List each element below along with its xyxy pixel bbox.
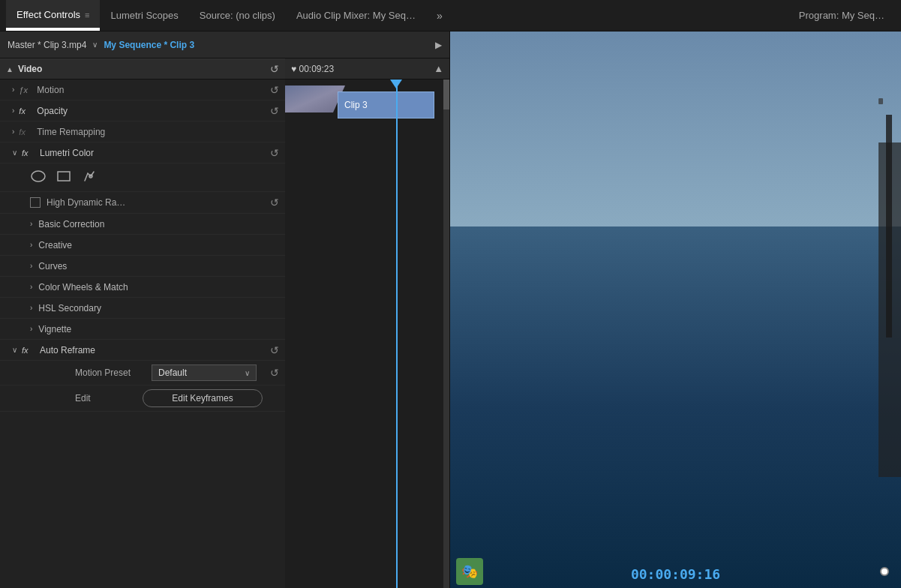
motion-preset-reset[interactable]: ↺ (270, 367, 279, 379)
clip-block: Clip 3 (338, 92, 434, 118)
program-timecode: 00:00:09:16 (631, 566, 720, 582)
playhead-head (390, 80, 402, 88)
motion-preset-row: Motion Preset Default ∨ ↺ (0, 361, 285, 386)
edit-keyframes-button[interactable]: Edit Keyframes (143, 389, 263, 407)
opacity-fx-badge: fx (19, 106, 32, 116)
tab-source-label: Source: (no clips) (200, 10, 275, 21)
sky-area (450, 32, 901, 226)
tab-effect-controls-label: Effect Controls (17, 9, 80, 20)
tab-lumetri-scopes-label: Lumetri Scopes (110, 10, 178, 21)
curves-label: Curves (38, 261, 67, 272)
play-button[interactable]: ▶ (435, 40, 442, 50)
lumetri-color-effect-name: Lumetri Color (40, 148, 94, 158)
time-remapping-effect-name: Time Remapping (37, 127, 105, 137)
svg-rect-1 (58, 172, 70, 181)
time-remapping-fx-badge: fx (19, 128, 32, 136)
sub-section-creative[interactable]: › Creative (0, 235, 285, 256)
sequence-label: My Sequence * Clip 3 (104, 40, 194, 50)
hdr-label: High Dynamic Ra… (47, 197, 125, 208)
sub-section-vignette[interactable]: › Vignette (0, 319, 285, 340)
auto-reframe-effect-name: Auto Reframe (40, 345, 95, 356)
main-content: Master * Clip 3.mp4 ∨ My Sequence * Clip… (0, 32, 901, 588)
opacity-effect-name: Opacity (37, 106, 68, 116)
tab-menu-icon[interactable]: ≡ (85, 10, 89, 20)
video-collapse-arrow[interactable]: ▲ (6, 65, 14, 74)
water-area (450, 226, 901, 588)
ellipse-mask-icon[interactable] (30, 168, 47, 187)
motion-preset-dropdown[interactable]: Default ∨ (152, 364, 257, 381)
motion-reset[interactable]: ↺ (270, 84, 279, 96)
sub-section-color-wheels[interactable]: › Color Wheels & Match (0, 277, 285, 298)
tabs-overflow-button[interactable]: » (429, 5, 450, 26)
avatar-badge: 🎭 (456, 558, 483, 585)
motion-preset-dropdown-arrow: ∨ (245, 369, 250, 377)
auto-reframe-fx-badge: fx (22, 346, 35, 355)
timeline-scrollbar-thumb (443, 80, 449, 110)
clip-block-label: Clip 3 (344, 100, 368, 110)
edit-keyframes-row: Edit Edit Keyframes (0, 386, 285, 412)
tab-source[interactable]: Source: (no clips) (189, 0, 286, 31)
tab-lumetri-scopes[interactable]: Lumetri Scopes (100, 0, 188, 31)
hsl-secondary-expand[interactable]: › (30, 304, 32, 312)
effect-row-auto-reframe: ∨ fx Auto Reframe ↺ (0, 340, 285, 361)
tab-audio-clip-mixer-label: Audio Clip Mixer: My Seq… (296, 10, 416, 21)
timeline-header: ♥ 00:09:23 ▲ (285, 58, 449, 80)
sub-section-hsl-secondary[interactable]: › HSL Secondary (0, 298, 285, 319)
effect-controls-panel: Master * Clip 3.mp4 ∨ My Sequence * Clip… (0, 32, 450, 588)
hdr-checkbox[interactable] (30, 197, 41, 208)
time-remapping-expand-arrow[interactable]: › (12, 128, 14, 136)
master-dropdown-arrow[interactable]: ∨ (92, 40, 98, 49)
auto-reframe-reset[interactable]: ↺ (270, 344, 279, 356)
timeline-mini: ♥ 00:09:23 ▲ Clip 3 (285, 58, 449, 588)
video-section-title: Video (18, 64, 42, 74)
motion-effect-name: Motion (37, 85, 64, 95)
curves-expand[interactable]: › (30, 262, 32, 270)
sub-section-curves[interactable]: › Curves (0, 256, 285, 277)
lumetri-color-reset[interactable]: ↺ (270, 147, 279, 159)
lumetri-color-expand-arrow[interactable]: ∨ (12, 148, 17, 157)
lumetri-shape-controls (0, 164, 285, 192)
effects-list: ▲ Video ↺ › ƒx Motion ↺ › fx Opacity ↺ (0, 58, 285, 588)
effect-row-opacity: › fx Opacity ↺ (0, 100, 285, 122)
hdr-row: High Dynamic Ra… ↺ (0, 192, 285, 214)
effect-row-lumetri-color: ∨ fx Lumetri Color ↺ (0, 142, 285, 164)
tab-effect-controls[interactable]: Effect Controls ≡ (6, 0, 100, 31)
pen-tool-icon[interactable] (81, 168, 98, 187)
hsl-secondary-label: HSL Secondary (38, 303, 101, 314)
timeline-scroll-up-button[interactable]: ▲ (434, 63, 443, 74)
tab-audio-clip-mixer[interactable]: Audio Clip Mixer: My Seq… (286, 0, 426, 31)
color-wheels-expand[interactable]: › (30, 283, 32, 291)
opacity-expand-arrow[interactable]: › (12, 106, 14, 115)
motion-fx-badge: ƒx (19, 86, 32, 94)
hdr-reset[interactable]: ↺ (270, 196, 279, 208)
video-preview: 00:00:09:16 🎭 (450, 32, 901, 588)
panel-body: ▲ Video ↺ › ƒx Motion ↺ › fx Opacity ↺ (0, 58, 449, 588)
rectangle-mask-icon[interactable] (56, 168, 72, 187)
lumetri-color-fx-badge: fx (22, 148, 35, 158)
svg-point-0 (32, 171, 45, 182)
video-section-header: ▲ Video ↺ (0, 58, 285, 80)
timeline-tracks: Clip 3 (285, 80, 449, 588)
motion-expand-arrow[interactable]: › (12, 86, 14, 94)
basic-correction-label: Basic Correction (38, 219, 104, 230)
master-label: Master * Clip 3.mp4 (8, 40, 86, 50)
effect-row-motion: › ƒx Motion ↺ (0, 80, 285, 100)
video-frame (450, 32, 901, 588)
color-wheels-label: Color Wheels & Match (38, 282, 128, 292)
sub-section-basic-correction[interactable]: › Basic Correction (0, 214, 285, 235)
clip-header: Master * Clip 3.mp4 ∨ My Sequence * Clip… (0, 32, 449, 58)
creative-expand[interactable]: › (30, 241, 32, 249)
record-dot (880, 567, 889, 576)
auto-reframe-expand-arrow[interactable]: ∨ (12, 346, 17, 354)
video-reset-button[interactable]: ↺ (270, 63, 279, 75)
motion-preset-label: Motion Preset (75, 368, 143, 378)
playhead[interactable] (396, 80, 398, 588)
edit-label: Edit (75, 393, 143, 404)
effect-row-time-remapping: › fx Time Remapping (0, 122, 285, 142)
basic-correction-expand[interactable]: › (30, 220, 32, 228)
vignette-expand[interactable]: › (30, 325, 32, 333)
right-panel-tab[interactable]: Program: My Seq… (788, 10, 895, 21)
opacity-reset[interactable]: ↺ (270, 105, 279, 117)
timeline-scrollbar[interactable] (443, 80, 449, 588)
creative-label: Creative (38, 240, 72, 250)
